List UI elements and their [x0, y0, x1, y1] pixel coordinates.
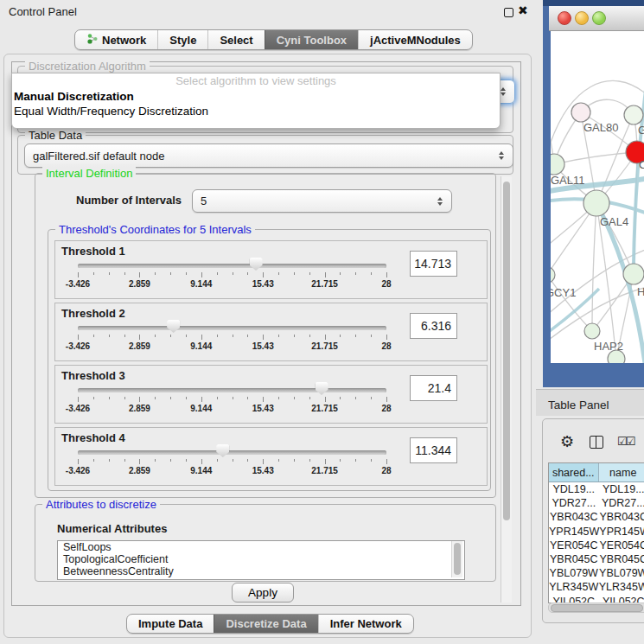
table-row[interactable]: YBL079WYBL079W	[549, 566, 644, 580]
slider-tick	[309, 397, 310, 399]
slider-tick	[340, 397, 341, 399]
slider-tick	[386, 397, 387, 402]
columns-icon[interactable]	[590, 436, 603, 449]
slider-tick	[93, 335, 94, 337]
close-light-icon[interactable]	[558, 11, 571, 25]
tab-discretize-data[interactable]: Discretize Data	[214, 615, 317, 633]
table-panel-body: ⚙ ☑☑ shared... name YDL19...YDL19...YDR2…	[542, 418, 644, 623]
slider-tick	[278, 272, 279, 275]
slider-tick	[170, 335, 171, 337]
table-row[interactable]: YDR27...YDR27...	[549, 496, 644, 510]
column-header-name[interactable]: name	[599, 463, 644, 481]
tab-impute-data[interactable]: Impute Data	[127, 615, 214, 633]
numerical-attributes-label: Numerical Attributes	[57, 522, 167, 535]
gear-icon[interactable]: ⚙	[560, 434, 574, 450]
table-row[interactable]: YBR045CYBR045C	[549, 552, 644, 566]
slider-tick	[201, 272, 202, 277]
network-node-g[interactable]	[624, 105, 643, 124]
tab-select[interactable]: Select	[207, 30, 264, 49]
slider-tick	[263, 459, 264, 464]
threshold-value-field[interactable]: 21.4	[410, 375, 457, 401]
tab-infer-network[interactable]: Infer Network	[318, 615, 413, 633]
network-node-h[interactable]	[623, 264, 644, 284]
node-table[interactable]: shared... name YDL19...YDL19...YDR27...Y…	[548, 462, 644, 603]
table-row[interactable]: YDL19...YDL19...	[549, 482, 644, 496]
table-row[interactable]: YLR345WYLR345W	[549, 580, 644, 594]
dropdown-item-equal-width-frequency[interactable]: Equal Width/Frequency Discretization	[12, 104, 500, 118]
slider-scale-label: 21.715	[311, 466, 338, 475]
tab-style[interactable]: Style	[157, 30, 207, 49]
node-label: C	[639, 158, 644, 171]
network-node-gcy1[interactable]	[551, 267, 555, 283]
node-label: GAL80	[583, 121, 618, 134]
threshold-slider-track[interactable]	[78, 388, 386, 392]
slider-scale-label: 28	[381, 466, 391, 475]
slider-scale-label: -3.426	[66, 404, 90, 413]
tab-network[interactable]: Network	[75, 30, 157, 49]
interval-definition-title: Interval Definition	[42, 167, 136, 180]
cell-shared-name: YLR345W	[549, 580, 599, 594]
network-node-gal4[interactable]	[583, 190, 609, 216]
minimize-light-icon[interactable]	[575, 11, 589, 25]
scrollbar-thumb[interactable]	[454, 543, 461, 575]
list-item[interactable]: TopologicalCoefficient	[58, 553, 464, 565]
slider-tick	[201, 459, 202, 464]
threshold-value-field[interactable]: 14.713	[410, 251, 457, 277]
threshold-panel: Threshold 3-3.4262.8599.14415.4321.71528…	[54, 365, 488, 424]
list-item[interactable]: BetweennessCentrality	[58, 565, 464, 577]
slider-tick	[78, 459, 79, 464]
slider-tick	[309, 459, 310, 462]
zoom-light-icon[interactable]	[592, 11, 606, 25]
number-of-intervals-combobox[interactable]: 5	[192, 189, 452, 213]
tab-jactivemnodules[interactable]: jActiveMNodules	[358, 30, 472, 49]
slider-tick	[247, 335, 248, 337]
node-label: H	[637, 285, 644, 298]
tab-label: Style	[169, 34, 196, 47]
network-node-gal11[interactable]	[551, 154, 564, 175]
panel-vertical-scrollbar[interactable]	[501, 176, 512, 603]
slider-tick	[371, 272, 372, 275]
slider-tick	[233, 272, 233, 275]
list-item[interactable]: SelfLoops	[58, 541, 464, 553]
threshold-slider-handle[interactable]	[316, 382, 328, 395]
list-vertical-scrollbar[interactable]	[451, 541, 462, 577]
threshold-value-field[interactable]: 6.316	[410, 313, 457, 339]
slider-scale-label: 15.43	[252, 341, 274, 351]
close-icon[interactable]: ✖	[518, 3, 528, 17]
checkboxes-icon[interactable]: ☑☑	[617, 435, 634, 448]
tab-cyni-toolbox[interactable]: Cyni Toolbox	[265, 30, 358, 49]
threshold-label: Threshold 3	[61, 369, 125, 382]
threshold-slider-track[interactable]	[78, 264, 386, 268]
algorithm-group-title: Discretization Algorithm	[25, 60, 150, 73]
float-window-icon[interactable]	[504, 8, 513, 17]
slider-tick	[263, 335, 264, 340]
cell-shared-name: YER054C	[549, 539, 599, 552]
threshold-slider-track[interactable]	[78, 326, 386, 330]
dropdown-item-manual-discretization[interactable]: Manual Discretization	[12, 89, 500, 104]
threshold-value-field[interactable]: 11.344	[410, 437, 457, 463]
network-canvas[interactable]: GAL80GCGAL11GAL4GCY1HHAP2	[551, 31, 644, 363]
slider-tick	[186, 397, 187, 399]
network-node-hap2[interactable]	[584, 323, 600, 339]
network-window-titlebar[interactable]	[549, 6, 644, 31]
combo-stepper-icon	[494, 151, 513, 160]
column-header-shared-name[interactable]: shared...	[549, 463, 599, 481]
numerical-attributes-list[interactable]: SelfLoopsTopologicalCoefficientBetweenne…	[57, 540, 465, 580]
network-node[interactable]	[608, 350, 625, 363]
slider-scale-label: 28	[381, 404, 391, 413]
scrollbar-thumb[interactable]	[551, 604, 643, 612]
threshold-slider-handle[interactable]	[250, 258, 263, 271]
table-row[interactable]: YBR043CYBR043C	[549, 510, 644, 524]
tab-label: Discretize Data	[226, 617, 306, 630]
network-node-gal80[interactable]	[571, 103, 590, 122]
slider-tick	[93, 272, 94, 275]
threshold-slider-track[interactable]	[78, 450, 386, 455]
scrollbar-thumb[interactable]	[503, 182, 510, 520]
threshold-slider-handle[interactable]	[167, 320, 180, 333]
table-row[interactable]: YPR145WYPR145W	[549, 525, 644, 539]
table-row[interactable]: YER054CYER054C	[549, 539, 644, 552]
table-data-combobox[interactable]: galFiltered.sif default node	[24, 143, 513, 168]
table-horizontal-scrollbar[interactable]	[548, 603, 644, 613]
apply-button[interactable]: Apply	[232, 583, 294, 603]
threshold-slider-handle[interactable]	[216, 444, 229, 457]
